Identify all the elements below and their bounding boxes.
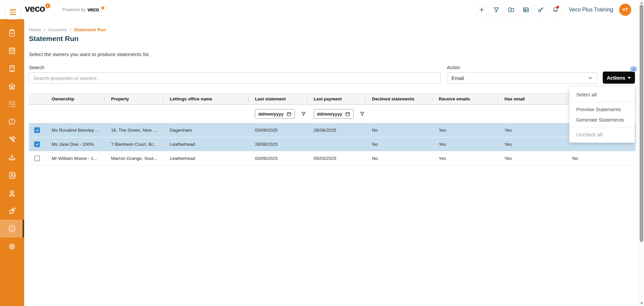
actions-button[interactable]: Actions <box>603 72 635 84</box>
table-body: Ms Rosalind Beesley ...16, The Green, Ne… <box>29 123 636 166</box>
sidebar: £ <box>0 19 24 306</box>
menu-divider <box>570 102 635 102</box>
page-subtitle: Select the owners you want to produce st… <box>29 51 150 57</box>
logo-text: veco <box>25 3 45 14</box>
add-icon[interactable] <box>475 3 488 16</box>
cell-last_statement: 03/09/2025 <box>249 156 307 161</box>
filter-icon[interactable] <box>490 3 503 16</box>
breadcrumb: Home / Accounts / Statement Run <box>29 27 106 32</box>
column-filter-icon[interactable] <box>301 111 306 117</box>
cell-property: 7 Blenheim Court, Br... <box>105 142 163 147</box>
row-checkbox[interactable] <box>34 156 40 161</box>
sidebar-item-contractors[interactable] <box>0 184 24 202</box>
action-select-value: Email <box>451 75 464 81</box>
breadcrumb-separator: / <box>44 27 45 32</box>
col-lettings-office: Lettings office name <box>163 93 249 104</box>
cell-property: Marron Grange, Sout... <box>105 156 163 161</box>
table-row[interactable]: Ms Jane Doe - 100%7 Blenheim Court, Br..… <box>29 137 636 151</box>
main-content: Home / Accounts / Statement Run Statemen… <box>24 19 639 306</box>
avatar[interactable]: VT <box>619 4 631 16</box>
powered-by-label: Powered by <box>62 7 86 12</box>
cell-declined: No <box>366 156 432 161</box>
tools-icon <box>8 135 16 144</box>
row-checkbox-cell <box>29 156 45 161</box>
search-input[interactable] <box>29 72 441 84</box>
cell-receive_emails: Yes <box>432 156 498 161</box>
table-row[interactable]: Mr William Moore - 1...Marron Grange, So… <box>29 151 636 166</box>
page-title: Statement Run <box>29 35 78 43</box>
sidebar-item-downloads[interactable] <box>0 148 24 166</box>
worker-icon <box>8 189 16 198</box>
sidebar-item-tasks[interactable] <box>0 24 24 42</box>
powered-by: Powered by veco + <box>62 7 104 12</box>
date-placeholder: dd/mm/yyyy <box>258 112 283 117</box>
export-folder-icon[interactable] <box>505 3 518 16</box>
veco-logo: veco + <box>25 3 50 14</box>
clipboard-check-icon <box>8 29 16 37</box>
sidebar-item-calendar[interactable] <box>0 42 24 59</box>
last-payment-date-filter[interactable]: dd/mm/yyyy <box>314 109 354 119</box>
column-filter-icon[interactable] <box>360 111 365 117</box>
menu-item-uncheck-all[interactable]: Uncheck all <box>570 129 635 140</box>
powered-by-brand: veco <box>88 7 99 12</box>
checklist-icon <box>8 100 16 108</box>
action-label: Action <box>447 65 460 70</box>
col-last-statement: Last statement <box>249 93 307 104</box>
sidebar-item-settings[interactable] <box>0 237 24 255</box>
breadcrumb-accounts[interactable]: Accounts <box>48 27 67 32</box>
sidebar-item-property[interactable] <box>0 77 24 95</box>
cell-last_statement: 03/09/2025 <box>249 128 307 133</box>
vertical-scrollbar[interactable] <box>639 0 644 306</box>
last-statement-date-filter[interactable]: dd/mm/yyyy <box>255 109 295 119</box>
cell-ownership: Ms Rosalind Beesley ... <box>45 128 105 133</box>
grid-icon[interactable] <box>520 3 532 16</box>
sidebar-item-enquiries[interactable] <box>0 113 24 131</box>
sidebar-item-checklist[interactable] <box>0 95 24 113</box>
menu-item-generate-statements[interactable]: Generate Statements <box>570 115 635 125</box>
cell-has_email: Yes <box>498 156 566 161</box>
row-checkbox-cell <box>29 141 45 147</box>
col-last-payment: Last payment <box>307 93 366 104</box>
cell-lettings_office: Dagenham <box>163 128 249 133</box>
calendar-icon <box>345 112 350 117</box>
row-checkbox-cell <box>29 127 45 133</box>
breadcrumb-home[interactable]: Home <box>29 27 41 32</box>
download-tray-icon <box>8 153 16 162</box>
row-checkbox[interactable] <box>34 127 40 133</box>
gear-icon <box>8 242 16 251</box>
sidebar-item-contacts[interactable] <box>0 166 24 184</box>
sidebar-item-maintenance[interactable] <box>0 131 24 148</box>
powered-by-plus-icon: + <box>101 6 104 9</box>
scrollbar-down-arrow[interactable] <box>640 302 643 304</box>
account-name[interactable]: Veco Plus Training <box>569 7 613 13</box>
sidebar-item-accounts[interactable]: £ <box>0 220 24 237</box>
cell-has_email: Yes <box>498 142 566 147</box>
hamburger-menu-icon[interactable] <box>5 5 20 19</box>
col-ownership: Ownership <box>45 93 105 104</box>
menu-item-preview-statements[interactable]: Preview Statements <box>570 104 635 115</box>
cell-receive_emails: Yes <box>432 128 498 133</box>
cell-has_email: Yes <box>498 128 566 133</box>
actions-button-label: Actions <box>607 75 625 81</box>
rocket-icon <box>8 207 16 215</box>
scrollbar-thumb[interactable] <box>640 5 643 242</box>
sidebar-item-offices[interactable] <box>0 59 24 77</box>
scrollbar-up-arrow[interactable] <box>640 2 643 4</box>
sidebar-item-marketing[interactable] <box>0 202 24 220</box>
cell-last_payment: 28/08/2025 <box>307 128 366 133</box>
action-select[interactable]: Email <box>447 72 598 84</box>
calendar-icon <box>8 46 16 55</box>
cell-lettings_office: Leatherhead <box>163 142 249 147</box>
cell-declined: No <box>366 142 432 147</box>
pound-icon: £ <box>8 224 16 233</box>
row-checkbox[interactable] <box>34 141 40 147</box>
top-header: veco + Powered by veco + Veco Plus Train… <box>0 0 644 19</box>
calendar-icon <box>286 112 291 117</box>
notifications-bell-icon[interactable] <box>549 3 562 16</box>
table-row[interactable]: Ms Rosalind Beesley ...16, The Green, Ne… <box>29 123 636 137</box>
menu-item-select-all[interactable]: Select all <box>570 89 635 100</box>
key-icon[interactable] <box>534 3 547 16</box>
col-declined-statements: Declined statements <box>366 93 432 104</box>
cell-last_statement: 28/08/2025 <box>249 142 307 147</box>
caret-down-icon <box>628 77 631 79</box>
